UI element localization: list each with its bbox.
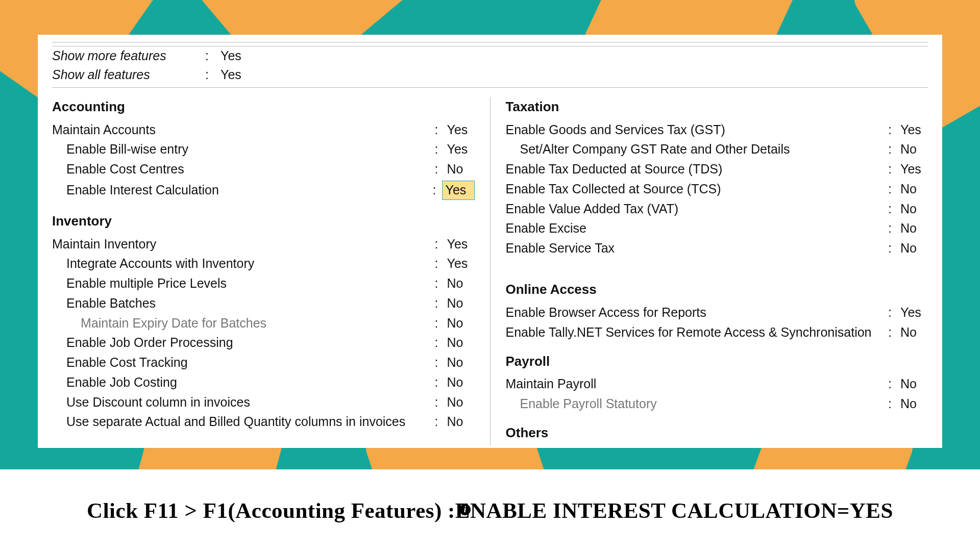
excise-row[interactable]: Enable Excise : No	[506, 219, 928, 239]
maintain-accounts-value[interactable]: Yes	[447, 121, 475, 139]
tcs-label: Enable Tax Collected at Source (TCS)	[506, 181, 889, 198]
left-column: Accounting Maintain Accounts : Yes Enabl…	[52, 97, 491, 446]
colon: :	[435, 141, 447, 158]
service-tax-row[interactable]: Enable Service Tax : No	[506, 239, 928, 259]
show-all-features-label: Show all features	[52, 67, 205, 82]
remote-access-value[interactable]: No	[900, 324, 928, 341]
interest-calc-label: Enable Interest Calculation	[52, 182, 433, 199]
gst-row[interactable]: Enable Goods and Services Tax (GST) : Ye…	[506, 120, 928, 140]
price-levels-label: Enable multiple Price Levels	[52, 275, 435, 292]
job-order-value[interactable]: No	[447, 334, 475, 352]
tcs-value[interactable]: No	[900, 181, 928, 198]
divider	[52, 42, 928, 43]
batches-value[interactable]: No	[447, 295, 475, 312]
job-costing-value[interactable]: No	[447, 374, 475, 391]
gst-value[interactable]: Yes	[900, 121, 928, 139]
cost-tracking-row[interactable]: Enable Cost Tracking : No	[52, 353, 475, 373]
colon: :	[888, 304, 900, 321]
expiry-value[interactable]: No	[447, 315, 475, 332]
tds-label: Enable Tax Deducted at Source (TDS)	[506, 161, 889, 178]
tcs-row[interactable]: Enable Tax Collected at Source (TCS) : N…	[506, 179, 928, 199]
excise-label: Enable Excise	[506, 220, 889, 237]
cost-centres-value[interactable]: No	[447, 161, 475, 178]
colon: :	[435, 334, 447, 352]
billwise-value[interactable]: Yes	[447, 141, 475, 158]
caption-bar: Click F11 > F1(Accounting Features) :ENA…	[0, 469, 980, 551]
payroll-statutory-row[interactable]: Enable Payroll Statutory : No	[506, 394, 928, 414]
info-icon: i	[459, 504, 471, 515]
colon: :	[888, 375, 900, 393]
gst-rate-label: Set/Alter Company GST Rate and Other Det…	[506, 141, 889, 158]
job-order-row[interactable]: Enable Job Order Processing : No	[52, 333, 475, 353]
maintain-accounts-row[interactable]: Maintain Accounts : Yes	[52, 120, 475, 140]
features-panel: Show more features : Yes Show all featur…	[38, 35, 942, 448]
maintain-accounts-label: Maintain Accounts	[52, 121, 435, 139]
colon: :	[435, 394, 447, 411]
show-all-features-value[interactable]: Yes	[220, 67, 248, 82]
gst-label: Enable Goods and Services Tax (GST)	[506, 121, 889, 139]
colon: :	[435, 161, 447, 178]
vat-value[interactable]: No	[900, 201, 928, 218]
remote-access-label: Enable Tally.NET Services for Remote Acc…	[506, 324, 889, 341]
actual-billed-value[interactable]: No	[447, 413, 475, 431]
vat-row[interactable]: Enable Value Added Tax (VAT) : No	[506, 199, 928, 219]
show-more-features-label: Show more features	[52, 48, 205, 63]
online-access-title: Online Access	[506, 282, 928, 297]
maintain-payroll-row[interactable]: Maintain Payroll : No	[506, 374, 928, 394]
colon: :	[888, 240, 900, 257]
discount-col-row[interactable]: Use Discount column in invoices : No	[52, 392, 475, 412]
billwise-row[interactable]: Enable Bill-wise entry : Yes	[52, 140, 475, 160]
colon: :	[888, 324, 900, 341]
show-more-features-value[interactable]: Yes	[220, 48, 248, 63]
browser-access-value[interactable]: Yes	[900, 304, 928, 321]
maintain-inventory-value[interactable]: Yes	[447, 236, 475, 253]
browser-access-row[interactable]: Enable Browser Access for Reports : Yes	[506, 303, 928, 322]
colon: :	[435, 255, 447, 272]
cost-centres-row[interactable]: Enable Cost Centres : No	[52, 160, 475, 180]
maintain-payroll-value[interactable]: No	[900, 375, 928, 393]
colon: :	[435, 315, 447, 332]
batches-label: Enable Batches	[52, 295, 435, 312]
payroll-statutory-value[interactable]: No	[900, 395, 928, 413]
colon: :	[888, 161, 900, 178]
integrate-label: Integrate Accounts with Inventory	[52, 255, 435, 272]
browser-access-label: Enable Browser Access for Reports	[506, 304, 889, 321]
payroll-title: Payroll	[506, 354, 928, 369]
gst-rate-value[interactable]: No	[900, 141, 928, 158]
job-order-label: Enable Job Order Processing	[52, 334, 435, 352]
colon: :	[435, 275, 447, 292]
price-levels-row[interactable]: Enable multiple Price Levels : No	[52, 274, 475, 294]
right-column: Taxation Enable Goods and Services Tax (…	[491, 97, 928, 446]
excise-value[interactable]: No	[900, 220, 928, 237]
colon: :	[205, 48, 220, 63]
discount-col-label: Use Discount column in invoices	[52, 394, 435, 411]
colon: :	[435, 121, 447, 139]
tds-row[interactable]: Enable Tax Deducted at Source (TDS) : Ye…	[506, 160, 928, 180]
job-costing-label: Enable Job Costing	[52, 374, 435, 391]
gst-rate-row[interactable]: Set/Alter Company GST Rate and Other Det…	[506, 140, 928, 160]
remote-access-row[interactable]: Enable Tally.NET Services for Remote Acc…	[506, 322, 928, 342]
show-all-features-row[interactable]: Show all features : Yes	[52, 65, 928, 84]
colon: :	[888, 141, 900, 158]
colon: :	[435, 374, 447, 391]
cost-tracking-value[interactable]: No	[447, 354, 475, 371]
actual-billed-row[interactable]: Use separate Actual and Billed Quantity …	[52, 412, 475, 432]
interest-calc-row[interactable]: Enable Interest Calculation : Yes	[52, 179, 475, 201]
billwise-label: Enable Bill-wise entry	[52, 141, 435, 158]
maintain-inventory-row[interactable]: Maintain Inventory : Yes	[52, 234, 475, 254]
integrate-row[interactable]: Integrate Accounts with Inventory : Yes	[52, 254, 475, 274]
tds-value[interactable]: Yes	[900, 161, 928, 178]
vat-label: Enable Value Added Tax (VAT)	[506, 201, 889, 218]
maintain-payroll-label: Maintain Payroll	[506, 375, 889, 393]
others-title: Others	[506, 425, 928, 441]
instruction-caption: Click F11 > F1(Accounting Features) :ENA…	[87, 498, 893, 523]
price-levels-value[interactable]: No	[447, 275, 475, 292]
discount-col-value[interactable]: No	[447, 394, 475, 411]
interest-calc-value[interactable]: Yes	[442, 181, 475, 200]
batches-row[interactable]: Enable Batches : No	[52, 293, 475, 313]
show-more-features-row[interactable]: Show more features : Yes	[52, 46, 928, 65]
expiry-row[interactable]: Maintain Expiry Date for Batches : No	[52, 313, 475, 333]
service-tax-value[interactable]: No	[900, 240, 928, 257]
integrate-value[interactable]: Yes	[447, 255, 475, 272]
job-costing-row[interactable]: Enable Job Costing : No	[52, 372, 475, 392]
